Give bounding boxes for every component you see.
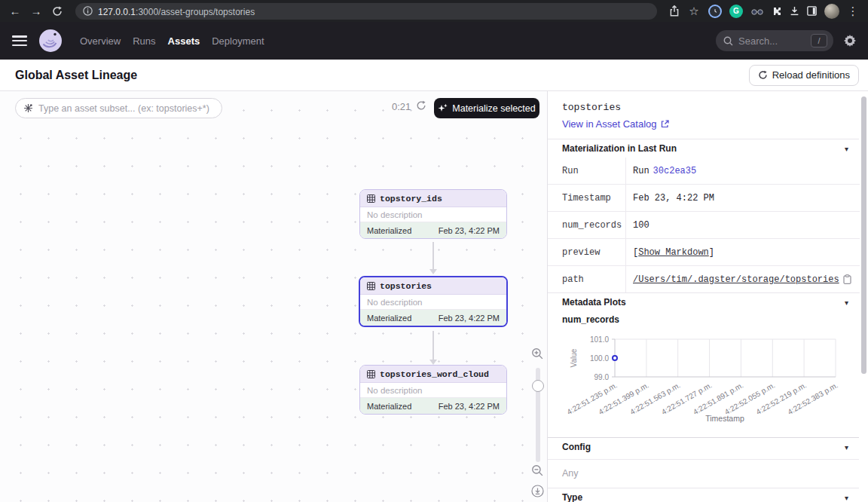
row-value: 100 — [626, 220, 649, 231]
chevron-down-icon[interactable]: ▾ — [845, 298, 848, 307]
section-materialization-header[interactable]: Materialization in Last Run ▾ — [548, 139, 859, 158]
bracket: [ — [633, 247, 638, 258]
asset-materialized-time: Feb 23, 4:22 PM — [439, 314, 500, 323]
chevron-down-icon[interactable]: ▾ — [845, 443, 848, 451]
asset-subset-filter[interactable] — [15, 98, 222, 118]
asset-materialized-time: Feb 23, 4:22 PM — [439, 226, 500, 235]
section-config-header[interactable]: Config ▾ — [548, 437, 859, 456]
zoom-in-button[interactable] — [531, 347, 544, 360]
url-host: 127.0.0.1 — [98, 7, 136, 17]
materialize-selected-button[interactable]: Materialize selected — [434, 98, 539, 118]
zoom-slider-handle[interactable] — [532, 380, 544, 392]
downloads-icon[interactable] — [790, 6, 799, 16]
asset-name: topstories_word_cloud — [380, 369, 489, 379]
nav-item-assets[interactable]: Assets — [168, 35, 200, 47]
table-icon — [367, 194, 375, 203]
table-icon — [367, 370, 375, 378]
external-link-icon — [661, 120, 669, 128]
browser-toolbar-icons: ☆ G ⋮ — [666, 2, 862, 20]
panel-scrollbar[interactable] — [861, 96, 866, 374]
section-metadata-plots-header[interactable]: Metadata Plots ▾ — [548, 292, 859, 311]
show-markdown-link[interactable]: Show Markdown — [638, 247, 709, 258]
table-row: preview [Show Markdown] — [548, 239, 860, 266]
table-row: Timestamp Feb 23, 4:22 PM — [548, 185, 860, 212]
global-search[interactable]: / — [716, 30, 833, 51]
app-nav: Overview Runs Assets Deployment / — [0, 22, 868, 60]
materialize-selected-label: Materialize selected — [452, 103, 535, 114]
search-shortcut-badge: / — [811, 34, 827, 47]
chevron-down-icon[interactable]: ▾ — [845, 494, 848, 502]
nav-item-overview[interactable]: Overview — [80, 35, 121, 47]
recenter-button[interactable] — [531, 485, 544, 497]
lineage-edge-arrowhead — [429, 269, 437, 274]
asset-name: topstories — [380, 281, 432, 291]
asset-name: topstory_ids — [380, 194, 442, 204]
asset-node-topstories[interactable]: topstories No description Materialized F… — [359, 276, 508, 327]
url-bar[interactable]: 127.0.0.1:3000/asset-groups/topstories — [75, 3, 657, 20]
view-in-asset-catalog-label: View in Asset Catalog — [562, 118, 657, 130]
asset-node-topstories-word-cloud[interactable]: topstories_word_cloud No description Mat… — [359, 365, 507, 415]
path-link[interactable]: /Users/tim/.dagster/storage/topstories — [633, 274, 839, 285]
metadata-plot-chart: 101.0 100.0 99.0 Value 4:22:51.235 p.m. … — [558, 328, 855, 427]
section-label: Materialization in Last Run — [562, 143, 677, 154]
dagster-logo-icon — [38, 28, 63, 54]
y-tick-label: 100.0 — [590, 354, 609, 363]
section-type-header[interactable]: Type ▾ — [548, 488, 859, 502]
row-label: Timestamp — [548, 185, 626, 211]
extension-clock-icon[interactable] — [708, 5, 722, 18]
copy-icon[interactable] — [843, 274, 851, 284]
asset-node-topstory-ids[interactable]: topstory_ids No description Materialized… — [359, 189, 507, 239]
browser-menu-kebab-icon[interactable]: ⋮ — [847, 2, 859, 20]
table-icon — [367, 282, 375, 290]
sparkle-icon — [438, 103, 448, 113]
browser-chrome: ← → 127.0.0.1:3000/asset-groups/topstori… — [0, 0, 868, 22]
row-label: Run — [548, 158, 626, 184]
x-axis-label: Timestamp — [705, 414, 744, 423]
side-panel-icon[interactable] — [807, 6, 817, 16]
reload-definitions-button[interactable]: Reload definitions — [749, 65, 859, 86]
asset-subset-input[interactable] — [38, 103, 214, 114]
lineage-canvas[interactable]: 0:21 Materialize selected topstory_ids N… — [0, 91, 547, 502]
asset-description: No description — [360, 295, 506, 310]
share-icon[interactable] — [669, 5, 680, 17]
settings-gear-button[interactable] — [844, 35, 856, 47]
browser-back-button[interactable]: ← — [6, 2, 24, 20]
asset-description: No description — [360, 383, 506, 398]
run-prefix: Run — [633, 166, 649, 176]
section-label: Config — [562, 442, 591, 452]
asset-status: Materialized — [367, 402, 411, 411]
extension-glasses-icon[interactable] — [750, 6, 764, 17]
extension-grammarly-icon[interactable]: G — [729, 5, 743, 18]
view-in-asset-catalog-link[interactable]: View in Asset Catalog — [562, 118, 669, 130]
bookmark-star-icon[interactable]: ☆ — [687, 2, 701, 20]
asset-status: Materialized — [367, 226, 411, 235]
data-point — [613, 356, 617, 360]
refresh-icon — [416, 100, 426, 111]
page-title: Global Asset Lineage — [15, 69, 137, 82]
refresh-icon — [52, 6, 63, 17]
zoom-out-button[interactable] — [531, 464, 544, 477]
dagster-logo[interactable] — [38, 28, 63, 54]
gear-icon — [844, 35, 856, 47]
nav-item-runs[interactable]: Runs — [133, 35, 155, 47]
site-info-icon[interactable] — [83, 6, 93, 16]
extensions-puzzle-icon[interactable] — [772, 6, 782, 17]
run-id-link[interactable]: 30c2ea35 — [653, 166, 697, 176]
page-header: Global Asset Lineage Reload definitions — [0, 60, 868, 91]
search-input[interactable] — [738, 35, 805, 47]
url-path: :3000/asset-groups/topstories — [136, 7, 255, 17]
nav-item-deployment[interactable]: Deployment — [212, 35, 264, 47]
plot-title: num_records — [562, 314, 619, 325]
timer-refresh-button[interactable] — [416, 100, 426, 111]
browser-profile-avatar[interactable] — [824, 4, 839, 19]
hamburger-menu-icon[interactable] — [12, 35, 27, 46]
browser-forward-button[interactable]: → — [27, 2, 45, 20]
zoom-out-icon — [531, 464, 544, 477]
browser-refresh-button[interactable] — [48, 2, 66, 20]
refresh-timer: 0:21 — [392, 101, 411, 112]
chevron-down-icon[interactable]: ▾ — [845, 145, 848, 153]
table-row: path /Users/tim/.dagster/storage/topstor… — [548, 266, 860, 293]
recenter-icon — [531, 485, 544, 497]
config-value: Any — [562, 468, 579, 479]
table-row: Run Run 30c2ea35 — [548, 158, 860, 185]
